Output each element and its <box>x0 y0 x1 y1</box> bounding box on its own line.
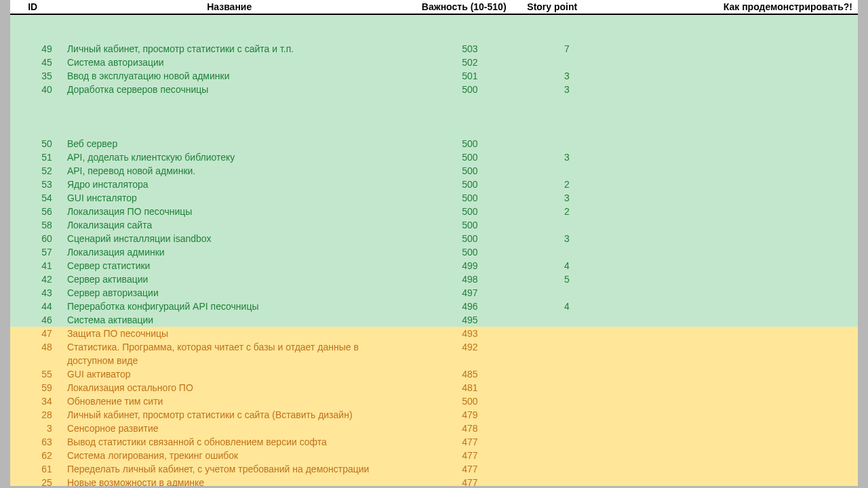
cell-story-point <box>530 286 604 300</box>
table-row: 28Личный кабинет, просмотр статистики с … <box>10 408 858 422</box>
cell-demo <box>604 394 859 408</box>
spacer-row <box>10 96 858 110</box>
cell-name: GUI инсталятор <box>64 191 410 205</box>
cell-name: Локализация ПО песочницы <box>64 205 410 218</box>
table-row: 47Защита ПО песочницы493 <box>10 327 858 340</box>
cell-demo <box>604 449 859 462</box>
table-row: 40Доработка серверов песочницы5003 <box>10 83 858 96</box>
cell-story-point: 5 <box>530 272 604 286</box>
cell-story-point: 7 <box>530 42 604 56</box>
table-row: 62Система логирования, трекинг ошибок477 <box>10 449 858 462</box>
cell-story-point <box>530 137 604 150</box>
table-row: 46Система активации495 <box>10 313 858 327</box>
cell-name: Ядро инсталятора <box>64 178 410 191</box>
header-importance: Важность (10-510) <box>403 0 524 14</box>
spreadsheet: ID Название Важность (10-510) Story poin… <box>10 0 858 488</box>
cell-id: 34 <box>10 394 64 408</box>
cell-id: 62 <box>10 449 64 462</box>
cell-story-point <box>530 367 604 381</box>
table-row: 53Ядро инсталятора5002 <box>10 178 858 191</box>
cell-importance: 485 <box>410 367 530 381</box>
cell-id: 48 <box>10 340 64 367</box>
cell-importance: 496 <box>410 300 530 313</box>
cell-demo <box>604 381 859 394</box>
table-body: 49Личный кабинет, просмотр статистики с … <box>10 15 858 488</box>
table-row: 60Сценарий инсталляции isandbox5003 <box>10 232 858 245</box>
cell-demo <box>604 42 859 56</box>
cell-demo <box>604 462 859 476</box>
table-row: 54GUI инсталятор5003 <box>10 191 858 205</box>
cell-demo <box>604 56 859 69</box>
cell-importance: 477 <box>410 462 530 476</box>
cell-importance: 500 <box>410 164 530 178</box>
cell-id: 41 <box>10 259 64 272</box>
cell-id: 42 <box>10 272 64 286</box>
spacer-row <box>10 110 858 123</box>
cell-name: Система логирования, трекинг ошибок <box>64 449 410 462</box>
cell-story-point <box>530 313 604 327</box>
table-row: 59Локализация остального ПО481 <box>10 381 858 394</box>
cell-importance: 495 <box>410 313 530 327</box>
cell-id: 53 <box>10 178 64 191</box>
cell-story-point <box>530 435 604 449</box>
cell-importance: 500 <box>410 178 530 191</box>
table-row: 52API, перевод новой админки.500 <box>10 164 858 178</box>
cell-demo <box>604 367 859 381</box>
table-row: 44Переработка конфигураций API песочницы… <box>10 300 858 313</box>
cell-name: Личный кабинет, просмотр статистики с са… <box>64 408 410 422</box>
cell-id: 61 <box>10 462 64 476</box>
cell-importance: 500 <box>410 232 530 245</box>
table-row: 61Переделать личный кабинет, с учетом тр… <box>10 462 858 476</box>
cell-demo <box>604 164 859 178</box>
cell-name: Сервер статистики <box>64 259 410 272</box>
cell-id: 59 <box>10 381 64 394</box>
cell-demo <box>604 259 859 272</box>
cell-name: Переработка конфигураций API песочницы <box>64 300 410 313</box>
table-row: 42Сервер активации4985 <box>10 272 858 286</box>
cell-name: Доработка серверов песочницы <box>64 83 410 96</box>
cell-demo <box>604 69 859 83</box>
cell-name: Сенсорное развитие <box>64 422 410 435</box>
cell-id: 49 <box>10 42 64 56</box>
cell-demo <box>604 137 859 150</box>
cell-name: Вывод статистики связанной с обновлением… <box>64 435 410 449</box>
header-name: Название <box>55 0 403 14</box>
cell-demo <box>604 205 859 218</box>
table-row: 48Статистика. Программа, которая читает … <box>10 340 858 367</box>
table-row: 51API, доделать клиентскую библиотеку500… <box>10 150 858 164</box>
cell-name: Сценарий инсталляции isandbox <box>64 232 410 245</box>
cell-story-point: 2 <box>530 205 604 218</box>
cell-name: Сервер авторизации <box>64 286 410 300</box>
cell-demo <box>604 272 859 286</box>
table-row: 49Личный кабинет, просмотр статистики с … <box>10 42 858 56</box>
cell-story-point: 2 <box>530 178 604 191</box>
cell-importance: 497 <box>410 286 530 300</box>
cell-story-point <box>530 340 604 367</box>
table-row: 34Обновление тим сити500 <box>10 394 858 408</box>
table-row: 50Веб сервер500 <box>10 137 858 150</box>
cell-id: 47 <box>10 327 64 340</box>
cell-id: 56 <box>10 205 64 218</box>
cell-story-point: 3 <box>530 191 604 205</box>
cell-id: 45 <box>10 56 64 69</box>
cell-importance: 500 <box>410 205 530 218</box>
cell-importance: 500 <box>410 394 530 408</box>
table-row: 3Сенсорное развитие478 <box>10 422 858 435</box>
cell-importance: 500 <box>410 137 530 150</box>
cell-demo <box>604 150 859 164</box>
table-row: 57Локализация админки500 <box>10 245 858 259</box>
cell-demo <box>604 340 859 367</box>
cell-demo <box>604 422 859 435</box>
cell-importance: 479 <box>410 408 530 422</box>
cell-id: 35 <box>10 69 64 83</box>
table-row: 43Сервер авторизации497 <box>10 286 858 300</box>
cell-story-point <box>530 327 604 340</box>
cell-id: 50 <box>10 137 64 150</box>
table-row: 35Ввод в эксплуатацию новой админки5013 <box>10 69 858 83</box>
cell-name: Ввод в эксплуатацию новой админки <box>64 69 410 83</box>
cell-importance: 500 <box>410 83 530 96</box>
cell-name: Система активации <box>64 313 410 327</box>
cell-name: Сервер активации <box>64 272 410 286</box>
cell-demo <box>604 313 859 327</box>
cell-demo <box>604 408 859 422</box>
